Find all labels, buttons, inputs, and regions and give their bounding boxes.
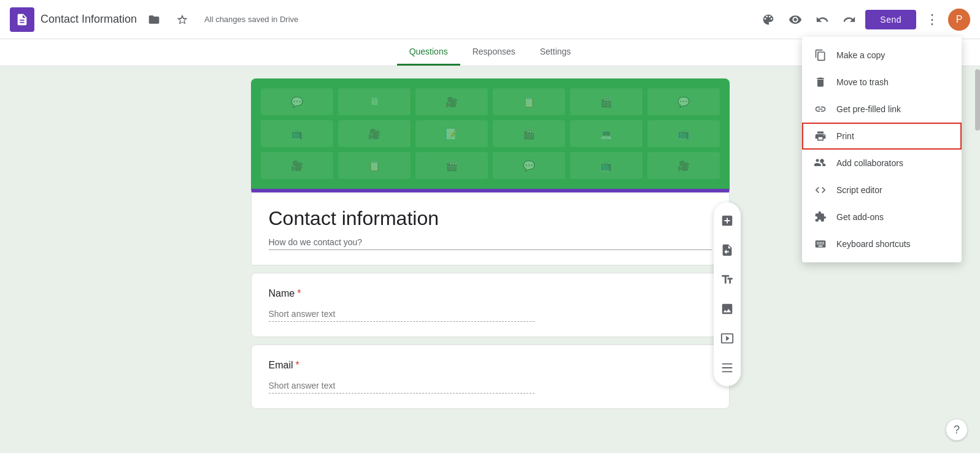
keyboard-shortcuts-label: Keyboard shortcuts	[836, 239, 911, 249]
folder-button[interactable]	[143, 9, 165, 31]
header-right: Send ⋮ P	[757, 9, 970, 31]
app-icon	[10, 7, 34, 32]
avatar[interactable]: P	[948, 9, 970, 31]
form-container: 💬 🖥 🎥 📋 🎬 💬 📺 🎥 📝 🎬 💻 📺 🎥 📋 🎬 💬 📺 🎥	[251, 78, 730, 438]
app-title: Contact Information	[41, 13, 137, 26]
banner-icon-10: 🎬	[493, 120, 565, 147]
puzzle-icon	[814, 211, 827, 223]
banner-icon-1: 💬	[261, 88, 333, 115]
banner-icon-3: 🎥	[415, 88, 488, 115]
import-questions-button[interactable]	[714, 237, 741, 264]
banner-icon-6: 💬	[647, 88, 720, 115]
move-to-trash-label: Move to trash	[836, 77, 889, 87]
right-toolbar	[714, 202, 741, 386]
banner-icon-4: 📋	[493, 88, 565, 115]
banner-icon-5: 🎬	[570, 88, 642, 115]
copy-icon	[814, 49, 827, 61]
save-status: All changes saved in Drive	[204, 15, 298, 24]
tab-responses[interactable]: Responses	[460, 39, 528, 66]
add-section-button[interactable]	[714, 354, 741, 381]
keyboard-icon	[814, 238, 827, 250]
banner-icon-17: 📺	[570, 152, 642, 179]
form-title-card: Contact information How do we contact yo…	[251, 189, 730, 265]
menu-item-print[interactable]: Print	[802, 123, 962, 150]
required-star-name: *	[297, 288, 301, 299]
name-answer-input[interactable]	[269, 306, 534, 322]
banner-icon-11: 💻	[570, 120, 642, 147]
question-label-name: Name*	[269, 288, 712, 299]
banner-pattern: 💬 🖥 🎥 📋 🎬 💬 📺 🎥 📝 🎬 💻 📺 🎥 📋 🎬 💬 📺 🎥	[251, 78, 730, 189]
send-button[interactable]: Send	[865, 10, 916, 29]
svg-text:P: P	[956, 14, 963, 25]
banner-icon-16: 💬	[493, 152, 565, 179]
help-button[interactable]: ?	[946, 419, 968, 441]
add-video-button[interactable]	[714, 325, 741, 352]
required-star-email: *	[296, 360, 299, 370]
tab-settings[interactable]: Settings	[528, 39, 584, 66]
print-label: Print	[836, 131, 854, 141]
menu-item-prefilled-link[interactable]: Get pre-filled link	[802, 96, 962, 123]
add-title-button[interactable]	[714, 266, 741, 293]
menu-item-add-collaborators[interactable]: Add collaborators	[802, 150, 962, 177]
question-card-email: Email*	[251, 345, 730, 409]
redo-button[interactable]	[838, 9, 860, 31]
banner-icon-18: 🎥	[647, 152, 720, 179]
star-button[interactable]	[171, 9, 193, 31]
more-options-button[interactable]: ⋮	[921, 9, 943, 31]
tab-questions[interactable]: Questions	[397, 39, 460, 66]
trash-icon	[814, 76, 827, 88]
preview-button[interactable]	[784, 9, 806, 31]
banner-icon-7: 📺	[261, 120, 333, 147]
banner-icon-13: 🎥	[261, 152, 333, 179]
script-editor-label: Script editor	[836, 185, 882, 195]
banner-icon-15: 🎬	[415, 152, 488, 179]
add-question-button[interactable]	[714, 207, 741, 234]
banner-icon-12: 📺	[647, 120, 720, 147]
banner-icon-2: 🖥	[338, 88, 411, 115]
menu-item-make-copy[interactable]: Make a copy	[802, 42, 962, 69]
menu-item-keyboard-shortcuts[interactable]: Keyboard shortcuts	[802, 230, 962, 257]
undo-button[interactable]	[811, 9, 833, 31]
scrollbar[interactable]	[975, 69, 980, 131]
question-label-email: Email*	[269, 360, 712, 371]
banner-icon-14: 📋	[338, 152, 411, 179]
menu-item-get-add-ons[interactable]: Get add-ons	[802, 204, 962, 230]
menu-item-script-editor[interactable]: Script editor	[802, 177, 962, 204]
people-icon	[814, 157, 827, 169]
add-collaborators-label: Add collaborators	[836, 158, 903, 168]
header: Contact Information All changes saved in…	[0, 0, 980, 39]
get-add-ons-label: Get add-ons	[836, 212, 884, 222]
add-image-button[interactable]	[714, 295, 741, 322]
banner-icon-9: 📝	[415, 120, 488, 147]
code-icon	[814, 184, 827, 196]
header-left: Contact Information All changes saved in…	[10, 7, 757, 32]
link-icon	[814, 103, 827, 115]
form-banner: 💬 🖥 🎥 📋 🎬 💬 📺 🎥 📝 🎬 💻 📺 🎥 📋 🎬 💬 📺 🎥	[251, 78, 730, 189]
menu-item-move-to-trash[interactable]: Move to trash	[802, 69, 962, 96]
form-title: Contact information	[269, 207, 712, 230]
email-answer-input[interactable]	[269, 378, 534, 394]
question-card-name: Name*	[251, 273, 730, 337]
make-copy-label: Make a copy	[836, 50, 885, 60]
form-description: How do we contact you?	[269, 237, 712, 250]
banner-icon-8: 🎥	[338, 120, 411, 147]
prefilled-link-label: Get pre-filled link	[836, 104, 901, 114]
palette-button[interactable]	[757, 9, 779, 31]
dropdown-menu: Make a copy Move to trash Get pre-filled…	[802, 37, 962, 262]
print-icon	[814, 130, 827, 142]
